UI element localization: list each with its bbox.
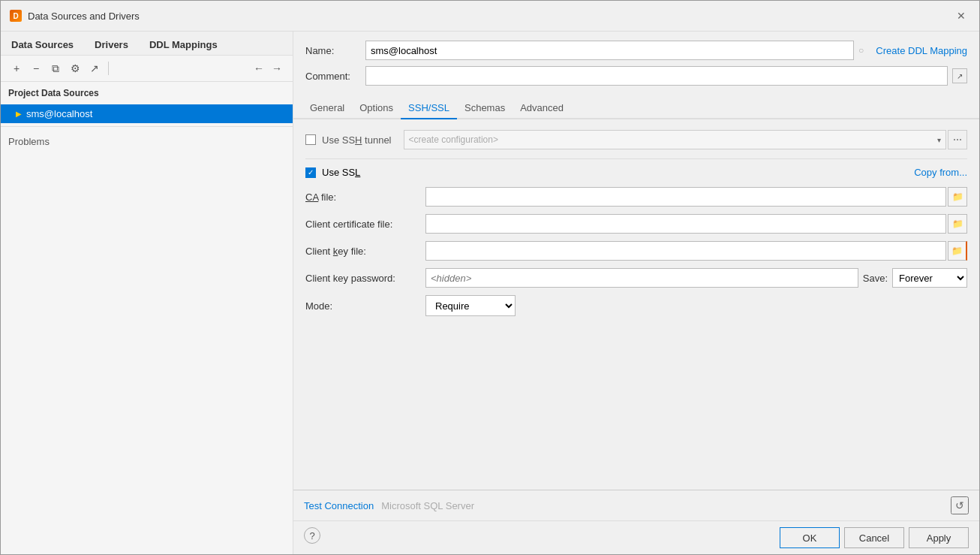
ssl-checkbox[interactable] — [305, 167, 316, 178]
ssh-tunnel-label: Use SSH tunnel — [322, 134, 392, 146]
settings-button[interactable]: ⚙ — [67, 60, 83, 77]
datasource-icon: ▶ — [16, 110, 22, 118]
name-input-wrap: ○ Create DDL Mapping — [365, 41, 967, 60]
add-button[interactable]: + — [8, 60, 25, 77]
save-label: Save: — [863, 273, 888, 284]
name-input-icon: ○ — [858, 45, 864, 56]
client-key-password-row: Client key password: Save: Forever Until… — [305, 268, 967, 288]
name-row: Name: ○ Create DDL Mapping — [305, 41, 967, 60]
ssl-label: Use SSL — [322, 167, 360, 178]
save-select[interactable]: Forever Until restart Never — [892, 268, 967, 288]
project-data-sources-label: Project Data Sources — [1, 82, 293, 104]
ca-file-row: CA file: 📁 — [305, 187, 967, 207]
tab-general[interactable]: General — [302, 98, 352, 119]
main-content: Data Sources Drivers DDL Mappings + − ⧉ … — [1, 32, 979, 554]
tab-content: Use SSH tunnel <create configuration> ▾ … — [293, 119, 979, 490]
title-bar: D Data Sources and Drivers ✕ — [1, 1, 979, 32]
client-key-browse-button[interactable]: 📁 — [948, 241, 967, 261]
client-cert-input[interactable] — [425, 214, 946, 234]
client-key-password-input[interactable] — [425, 268, 858, 288]
ssl-separator — [305, 158, 967, 159]
mode-row: Mode: Require Disable Allow Prefer Verif… — [305, 295, 967, 316]
name-label: Name: — [305, 45, 365, 56]
ssh-config-menu-button[interactable]: ⋯ — [948, 130, 967, 149]
comment-expand-button[interactable]: ↗ — [952, 68, 967, 83]
ssh-tunnel-row: Use SSH tunnel <create configuration> ▾ … — [305, 130, 967, 149]
form-section: Name: ○ Create DDL Mapping Comment: ↗ — [293, 32, 979, 92]
datasource-item-sms[interactable]: ▶ sms@localhost — [1, 104, 293, 123]
toolbar-separator — [108, 62, 109, 75]
reset-button[interactable]: ↺ — [951, 496, 969, 514]
ssh-config-placeholder: <create configuration> — [409, 134, 498, 145]
close-button[interactable]: ✕ — [952, 7, 970, 25]
comment-row: Comment: ↗ — [305, 66, 967, 86]
client-key-label: Client key file: — [305, 246, 425, 257]
apply-button[interactable]: Apply — [909, 527, 969, 548]
content-tabs: General Options SSH/SSL Schemas Advanced — [293, 98, 979, 119]
client-cert-label: Client certificate file: — [305, 219, 425, 230]
bottom-left: Test Connection Microsoft SQL Server — [304, 500, 474, 511]
ca-file-browse-button[interactable]: 📁 — [948, 187, 967, 207]
bottom-right: ↺ — [951, 496, 969, 514]
left-divider — [1, 126, 293, 127]
client-cert-browse-button[interactable]: 📁 — [948, 214, 967, 234]
comment-input[interactable] — [365, 66, 948, 86]
ssl-row: Use SSL Copy from... — [305, 167, 967, 178]
ssh-config-dropdown[interactable]: <create configuration> ▾ — [404, 130, 946, 149]
main-tabs-bar: Data Sources Drivers DDL Mappings — [1, 32, 293, 56]
window-title: Data Sources and Drivers — [28, 11, 140, 22]
create-ddl-link[interactable]: Create DDL Mapping — [876, 45, 967, 56]
ok-button[interactable]: OK — [780, 527, 840, 548]
test-connection-link[interactable]: Test Connection — [304, 500, 374, 511]
help-button[interactable]: ? — [304, 527, 320, 544]
cancel-button[interactable]: Cancel — [844, 527, 904, 548]
bottom-bar: Test Connection Microsoft SQL Server ↺ — [293, 490, 979, 520]
forward-button[interactable]: → — [269, 60, 285, 77]
tab-ddl-mappings[interactable]: DDL Mappings — [139, 35, 228, 55]
app-icon: D — [10, 10, 22, 22]
copy-from-link[interactable]: Copy from... — [914, 167, 967, 178]
right-panel: Name: ○ Create DDL Mapping Comment: ↗ — [293, 32, 979, 554]
toolbar: + − ⧉ ⚙ ↗ ← → — [1, 56, 293, 82]
tab-data-sources[interactable]: Data Sources — [1, 35, 84, 55]
copy-button[interactable]: ⧉ — [47, 60, 64, 77]
client-key-row: Client key file: 📁 — [305, 241, 967, 261]
left-panel: Data Sources Drivers DDL Mappings + − ⧉ … — [1, 32, 293, 554]
export-button[interactable]: ↗ — [86, 60, 103, 77]
dialog-buttons: ? OK Cancel Apply — [293, 520, 979, 554]
tab-advanced[interactable]: Advanced — [513, 98, 571, 119]
mode-label: Mode: — [305, 300, 425, 312]
tab-options[interactable]: Options — [352, 98, 401, 119]
dropdown-arrow-icon: ▾ — [937, 136, 941, 144]
client-cert-row: Client certificate file: 📁 — [305, 214, 967, 234]
ssh-tunnel-checkbox[interactable] — [305, 134, 316, 145]
client-key-input[interactable] — [425, 241, 946, 261]
problems-label[interactable]: Problems — [1, 130, 293, 153]
tab-ssh-ssl[interactable]: SSH/SSL — [401, 98, 457, 119]
client-key-password-label: Client key password: — [305, 273, 425, 284]
comment-input-wrap: ↗ — [365, 66, 967, 86]
title-bar-left: D Data Sources and Drivers — [10, 10, 140, 22]
toolbar-nav: ← → — [251, 60, 285, 77]
comment-label: Comment: — [305, 71, 365, 82]
tab-schemas[interactable]: Schemas — [457, 98, 513, 119]
datasource-name: sms@localhost — [26, 108, 92, 119]
tab-drivers[interactable]: Drivers — [84, 35, 139, 55]
back-button[interactable]: ← — [251, 60, 267, 77]
name-input[interactable] — [365, 41, 854, 60]
driver-label: Microsoft SQL Server — [381, 500, 474, 511]
window: D Data Sources and Drivers ✕ Data Source… — [0, 0, 980, 555]
mode-select[interactable]: Require Disable Allow Prefer Verify-CA V… — [425, 295, 516, 316]
ca-file-input[interactable] — [425, 187, 946, 207]
remove-button[interactable]: − — [28, 60, 44, 77]
ca-file-label: CA file: — [305, 192, 425, 203]
